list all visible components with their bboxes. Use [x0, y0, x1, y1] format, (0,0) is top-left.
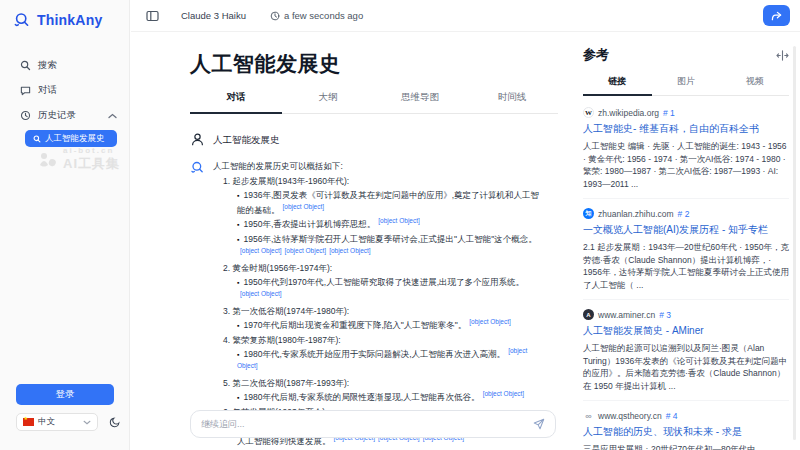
reference-snippet: 三是应用发展期：20世纪70年代初—80年代中。 [583, 443, 789, 450]
citation-link[interactable]: [object Object] [469, 318, 511, 325]
references-list: zh.wikipedia.org # 1 人工智能史- 维基百科，自由的百科全书… [583, 98, 789, 450]
watermark-text: ai-bot.cn AI工具集 [63, 146, 120, 173]
chevron-down-icon [83, 420, 91, 425]
answer-section: 2. 黄金时期(1956年-1974年): 1950年代到1970年代,人工智能… [213, 261, 543, 304]
reference-title-link[interactable]: 人工智能发展简史 - AMiner [583, 324, 789, 338]
sidebar-item-chat[interactable]: 对话 [0, 78, 129, 103]
answer-section: 3. 第一次低谷期(1974年-1980年): 1970年代后期出现资金和重视度… [213, 304, 543, 333]
assistant-avatar-icon [190, 159, 206, 450]
panel-collapse-icon [146, 10, 159, 22]
reference-domain: zh.wikipedia.org [598, 108, 659, 118]
search-icon [33, 135, 41, 143]
references-panel: 参考 链接 图片 视频 zh. [583, 46, 789, 450]
sidebar-toggle-button[interactable] [146, 10, 159, 22]
reference-source-row[interactable]: www.qstheory.cn # 4 [583, 410, 789, 421]
sidebar-item-search[interactable]: 搜索 [0, 53, 129, 78]
watermark-logo-icon [38, 151, 58, 169]
tab-links[interactable]: 链接 [583, 75, 652, 95]
content-tabs: 对话 大纲 思维导图 时间线 [190, 91, 558, 114]
login-button[interactable]: 登录 [16, 384, 114, 405]
references-scrollbar[interactable] [793, 46, 796, 440]
reference-item: zh.wikipedia.org # 1 人工智能史- 维基百科，自由的百科全书… [583, 98, 789, 199]
section-bullet: 1936年,图灵发表《可计算数及其在判定问题中的应用》,奠定了计算机和人工智能的… [237, 188, 543, 217]
dark-mode-toggle[interactable] [109, 416, 121, 428]
sidebar-item-history[interactable]: 历史记录 [0, 103, 129, 128]
app-window: ThinkAny 搜索 对话 [0, 0, 800, 450]
user-message-text: 人工智能发展史 [213, 131, 280, 147]
answer-section: 4. 繁荣复苏期(1980年-1987年): 1980年代,专家系统开始应用于实… [213, 333, 543, 376]
user-avatar-icon [190, 131, 206, 147]
section-bullet: 1980年代,专家系统开始应用于实际问题解决,人工智能再次进入高潮。[objec… [237, 347, 543, 376]
history-clock-icon [20, 110, 31, 121]
reference-domain: www.aminer.cn [598, 310, 655, 320]
user-message-row: 人工智能发展史 [190, 131, 558, 147]
history-item-label: 人工智能发展史 [45, 133, 105, 145]
section-bullet: 1956年,达特茅斯学院召开人工智能夏季研讨会,正式提出"人工智能"这个概念。[… [237, 232, 543, 261]
reference-title-link[interactable]: 人工智能史- 维基百科，自由的百科全书 [583, 122, 789, 136]
model-name: Claude 3 Haiku [181, 10, 246, 21]
section-bullet: 1970年代后期出现资金和重视度下降,陷入"人工智能寒冬"。[object Ob… [237, 318, 543, 333]
clock-icon [270, 11, 280, 21]
reference-item: zhuanlan.zhihu.com # 2 一文概览人工智能(AI)发展历程 … [583, 199, 789, 300]
reference-rank: # 1 [663, 108, 675, 118]
tab-timeline[interactable]: 时间线 [466, 91, 558, 113]
sidebar-menu: 搜索 对话 历史记录 [0, 53, 129, 147]
reference-snippet: 人工智能的起源可以追溯到以及阿兰·图灵（Alan Turing）1936年发表的… [583, 342, 789, 392]
section-heading: 4. 繁荣复苏期(1980年-1987年): [213, 333, 543, 347]
citation-link[interactable]: [object Object] [240, 290, 282, 297]
brand-logo[interactable]: ThinkAny [0, 0, 129, 29]
reference-title-link[interactable]: 人工智能的历史、现状和未来 - 求是 [583, 425, 789, 439]
citation-link[interactable]: [object Object] [240, 247, 282, 254]
section-heading: 5. 第二次低谷期(1987年-1993年): [213, 376, 543, 390]
reference-rank: # 3 [659, 310, 671, 320]
reference-snippet: 人工智能史 编辑 · 先驱 · 人工智能的诞生: 1943 - 1956 · 黄… [583, 140, 789, 190]
sidebar-item-label: 历史记录 [38, 109, 76, 122]
citation-link[interactable]: [object Object] [378, 217, 420, 224]
reference-domain: www.qstheory.cn [598, 411, 662, 421]
language-label: 中文 [38, 416, 79, 428]
page-title: 人工智能发展史 [190, 50, 558, 78]
citation-link[interactable]: [object Object] [329, 247, 371, 254]
timestamp-group: a few seconds ago [270, 10, 363, 21]
reference-source-row[interactable]: zhuanlan.zhihu.com # 2 [583, 208, 789, 219]
answer-section: 1. 起步发展期(1943年-1960年代): 1936年,图灵发表《可计算数及… [213, 174, 543, 261]
section-bullet: 1950年代到1970年代,人工智能研究取得了快速进展,出现了多个应用系统。[o… [237, 275, 543, 304]
share-button[interactable] [763, 5, 790, 26]
language-select[interactable]: 中文 [16, 413, 98, 431]
tab-images[interactable]: 图片 [652, 75, 721, 95]
tab-videos[interactable]: 视频 [720, 75, 789, 95]
topbar: Claude 3 Haiku a few seconds ago [131, 0, 800, 32]
citation-link[interactable]: [object Object] [285, 247, 327, 254]
history-item-active[interactable]: 人工智能发展史 [25, 130, 117, 147]
watermark: ai-bot.cn AI工具集 [38, 146, 120, 173]
section-bullet: 1950年,香农提出计算机博弈思想。[object Object] [237, 217, 543, 232]
reference-item: www.qstheory.cn # 4 人工智能的历史、现状和未来 - 求是 三… [583, 401, 789, 450]
moon-icon [109, 416, 121, 428]
references-header: 参考 [583, 46, 789, 64]
timestamp: a few seconds ago [284, 10, 363, 21]
reference-rank: # 2 [678, 209, 690, 219]
send-icon [533, 418, 545, 430]
tab-chat[interactable]: 对话 [190, 91, 282, 113]
chat-thread: 人工智能发展史 人工智能的发展历史可以概括如下: 1. 起步发展期(1943年-… [190, 131, 558, 450]
reference-source-row[interactable]: zh.wikipedia.org # 1 [583, 107, 789, 118]
send-button[interactable] [533, 418, 545, 430]
assistant-answer: 人工智能的发展历史可以概括如下: 1. 起步发展期(1943年-1960年代):… [213, 159, 543, 450]
answer-intro: 人工智能的发展历史可以概括如下: [213, 159, 543, 173]
followup-input[interactable] [201, 419, 533, 429]
expand-horizontal-icon [776, 50, 789, 61]
cn-flag-icon [23, 418, 34, 426]
favicon-icon [583, 208, 594, 219]
followup-bar [190, 410, 556, 438]
reference-title-link[interactable]: 一文概览人工智能(AI)发展历程 - 知乎专栏 [583, 223, 789, 237]
reference-item: www.aminer.cn # 3 人工智能发展简史 - AMiner 人工智能… [583, 300, 789, 401]
section-heading: 3. 第一次低谷期(1974年-1980年): [213, 304, 543, 318]
citation-link[interactable]: [object Object] [483, 390, 525, 397]
tab-outline[interactable]: 大纲 [282, 91, 374, 113]
reference-source-row[interactable]: www.aminer.cn # 3 [583, 309, 789, 320]
favicon-icon [583, 410, 594, 421]
citation-link[interactable]: [object Object] [283, 203, 325, 210]
tab-mindmap[interactable]: 思维导图 [374, 91, 466, 113]
section-heading: 1. 起步发展期(1943年-1960年代): [213, 174, 543, 188]
panel-expand-button[interactable] [776, 50, 789, 61]
